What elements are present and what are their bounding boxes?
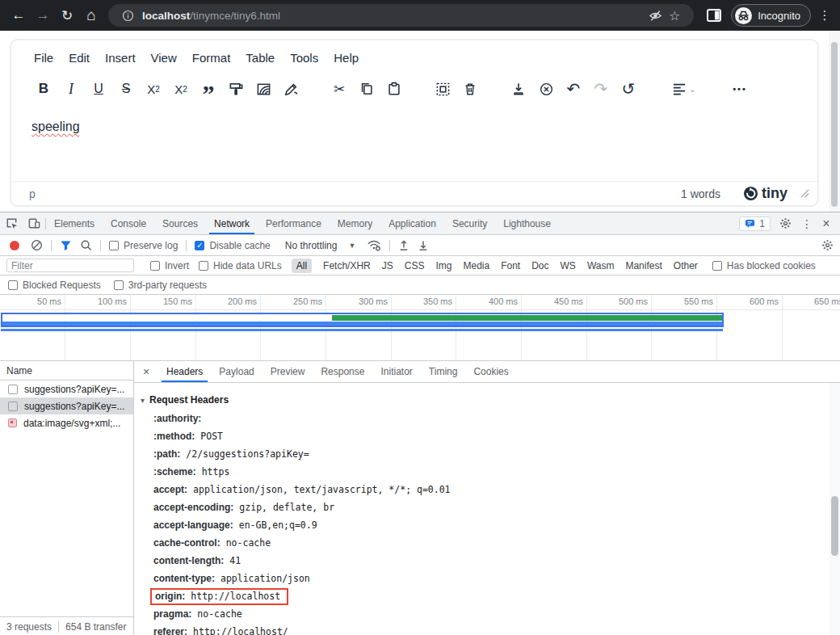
blocked-requests-toggle[interactable]: Blocked Requests <box>8 280 101 291</box>
page-scrollbar-thumb[interactable] <box>831 42 838 207</box>
devtools-close-icon[interactable]: × <box>817 217 835 231</box>
undo-button[interactable]: ↶ <box>560 75 587 103</box>
network-overview[interactable]: 50 ms 100 ms 150 ms 200 ms 250 ms 300 ms… <box>0 295 840 361</box>
hide-data-urls-checkbox[interactable] <box>199 261 208 271</box>
clear-icon[interactable] <box>31 239 43 251</box>
misspelled-word[interactable]: speeling <box>32 120 80 133</box>
menu-tools[interactable]: Tools <box>290 51 318 65</box>
tiny-brand[interactable]: tiny <box>743 185 788 202</box>
filter-type-doc[interactable]: Doc <box>531 260 548 271</box>
detail-tab-response[interactable]: Response <box>313 361 372 382</box>
throttling-select[interactable]: No throttling ▼ <box>285 240 356 251</box>
subscript-button[interactable]: X2 <box>140 75 167 103</box>
filter-type-js[interactable]: JS <box>382 260 393 271</box>
detail-scrollbar[interactable] <box>830 383 840 635</box>
address-bar[interactable]: localhost/tinymce/tiny6.html ☆ <box>108 4 694 27</box>
tab-elements[interactable]: Elements <box>46 212 103 234</box>
filter-type-media[interactable]: Media <box>463 260 489 271</box>
side-panel-icon[interactable] <box>702 3 726 27</box>
devtools-menu-icon[interactable]: ⋮ <box>800 217 814 230</box>
filter-type-fetchxhr[interactable]: Fetch/XHR <box>323 260 371 271</box>
incognito-badge[interactable]: Incognito <box>731 4 811 27</box>
request-row[interactable]: suggestions?apiKey=... <box>0 381 133 397</box>
reload-icon[interactable]: ↻ <box>55 3 79 27</box>
menu-format[interactable]: Format <box>192 51 231 65</box>
filter-type-other[interactable]: Other <box>674 260 698 271</box>
filter-type-img[interactable]: Img <box>435 260 452 271</box>
invert-toggle[interactable]: Invert <box>150 260 189 271</box>
select-all-button[interactable] <box>429 75 456 103</box>
detail-tab-initiator[interactable]: Initiator <box>372 361 420 382</box>
request-headers-section[interactable]: ▾ Request Headers <box>141 390 840 410</box>
filter-type-ws[interactable]: WS <box>561 260 576 271</box>
network-conditions-icon[interactable] <box>367 239 381 251</box>
filter-type-wasm[interactable]: Wasm <box>587 260 615 271</box>
menu-file[interactable]: File <box>34 51 53 65</box>
page-info-icon[interactable] <box>118 6 137 25</box>
search-icon[interactable] <box>80 239 92 251</box>
request-row-selected[interactable]: suggestions?apiKey=... <box>0 397 133 414</box>
preserve-log-checkbox[interactable] <box>109 241 119 250</box>
blockquote-button[interactable]: ” <box>195 75 222 103</box>
tab-console[interactable]: Console <box>103 212 154 234</box>
network-settings-icon[interactable] <box>821 239 834 251</box>
detail-tab-cookies[interactable]: Cookies <box>465 361 516 382</box>
name-column-header[interactable]: Name <box>0 361 133 381</box>
has-blocked-cookies-toggle[interactable]: Has blocked cookies <box>712 260 816 271</box>
blocked-requests-checkbox[interactable] <box>8 280 18 290</box>
tab-application[interactable]: Application <box>380 212 444 234</box>
forward-icon[interactable]: → <box>31 3 55 27</box>
tab-security[interactable]: Security <box>444 212 495 234</box>
word-count[interactable]: 1 words <box>681 187 720 200</box>
filter-funnel-icon[interactable] <box>60 240 72 251</box>
issues-badge[interactable]: 1 <box>739 217 771 231</box>
more-toolbar-button[interactable]: ••• <box>726 75 754 103</box>
filter-type-manifest[interactable]: Manifest <box>625 260 662 271</box>
tab-performance[interactable]: Performance <box>258 212 330 234</box>
record-button[interactable] <box>10 241 19 250</box>
resize-handle[interactable] <box>800 187 809 200</box>
tab-lighthouse[interactable]: Lighthouse <box>495 212 559 234</box>
editor-content[interactable]: speeling <box>11 107 817 181</box>
filter-type-all[interactable]: All <box>292 259 312 273</box>
format-painter-button[interactable] <box>222 75 250 103</box>
tab-network[interactable]: Network <box>206 212 258 234</box>
detail-tab-timing[interactable]: Timing <box>421 361 466 382</box>
menu-help[interactable]: Help <box>334 51 359 65</box>
import-har-icon[interactable] <box>398 239 410 251</box>
restore-draft-button[interactable]: ↺ <box>615 75 642 103</box>
inspect-element-icon[interactable] <box>0 212 23 234</box>
strikethrough-button[interactable]: S <box>112 75 140 103</box>
preserve-log-toggle[interactable]: Preserve log <box>109 240 178 251</box>
disable-cache-toggle[interactable]: ✓ Disable cache <box>195 240 270 251</box>
superscript-button[interactable]: X2 <box>167 75 195 103</box>
cut-button[interactable]: ✂ <box>326 75 353 103</box>
detail-close-icon[interactable]: × <box>134 361 158 382</box>
browser-menu-icon[interactable]: ⋮ <box>816 8 834 23</box>
detail-tab-headers[interactable]: Headers <box>158 361 211 382</box>
invert-checkbox[interactable] <box>150 261 160 271</box>
delete-button[interactable] <box>456 75 484 103</box>
italic-button[interactable]: I <box>57 75 85 103</box>
page-scrollbar[interactable] <box>829 31 840 212</box>
detail-tab-payload[interactable]: Payload <box>211 361 262 382</box>
menu-edit[interactable]: Edit <box>69 51 90 65</box>
hide-data-urls-toggle[interactable]: Hide data URLs <box>199 260 282 271</box>
overview-selection[interactable] <box>1 313 724 327</box>
tab-sources[interactable]: Sources <box>154 212 206 234</box>
permanent-pen-button[interactable] <box>277 75 304 103</box>
paste-button[interactable] <box>380 75 408 103</box>
copy-button[interactable] <box>353 75 380 103</box>
menu-view[interactable]: View <box>151 51 177 65</box>
back-icon[interactable]: ← <box>6 3 31 27</box>
redo-button[interactable]: ↷ <box>587 75 615 103</box>
menu-table[interactable]: Table <box>246 51 275 65</box>
export-button[interactable] <box>505 75 532 103</box>
filter-input[interactable] <box>6 259 134 272</box>
devtools-settings-icon[interactable] <box>774 217 796 229</box>
has-blocked-cookies-checkbox[interactable] <box>712 261 722 271</box>
disable-cache-checkbox[interactable]: ✓ <box>195 241 204 250</box>
page-embed-button[interactable] <box>250 75 277 103</box>
bookmark-star-icon[interactable]: ☆ <box>665 6 684 25</box>
detail-scrollbar-thumb[interactable] <box>831 496 838 556</box>
